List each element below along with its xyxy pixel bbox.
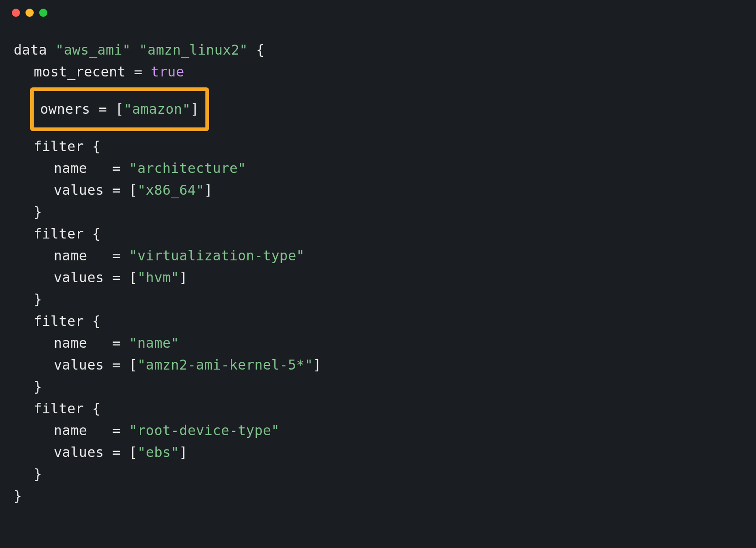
string-literal: "x86_64" (138, 182, 204, 198)
code-line: values = ["hvm"] (14, 267, 742, 289)
string-literal: "root-device-type" (129, 422, 280, 438)
string-literal: "virtualization-type" (129, 248, 305, 264)
minimize-icon[interactable] (26, 9, 34, 17)
brace: } (14, 488, 22, 504)
attr-key: name (54, 422, 87, 438)
code-line: } (14, 485, 742, 507)
code-line: filter { (14, 223, 742, 245)
code-line: values = ["ebs"] (14, 441, 742, 463)
highlight-box: owners = ["amazon"] (30, 87, 209, 131)
attr-key: most_recent (34, 64, 126, 80)
code-window: data "aws_ami" "amzn_linux2" { most_rece… (0, 0, 756, 548)
code-line: most_recent = true (14, 61, 742, 83)
attr-key: name (54, 335, 87, 351)
close-icon[interactable] (12, 9, 20, 17)
code-line: } (14, 289, 742, 310)
bool-literal: true (151, 64, 184, 80)
code-line: data "aws_ami" "amzn_linux2" { (14, 39, 742, 61)
attr-key: name (54, 248, 87, 264)
code-line: filter { (14, 310, 742, 332)
code-line: filter { (14, 136, 742, 157)
code-line: name = "architecture" (14, 157, 742, 179)
code-line: } (14, 463, 742, 485)
code-line: values = ["x86_64"] (14, 179, 742, 201)
code-line: filter { (14, 398, 742, 420)
maximize-icon[interactable] (39, 9, 47, 17)
resource-type: "aws_ami" (56, 42, 131, 58)
code-line: values = ["amzn2-ami-kernel-5*"] (14, 354, 742, 376)
string-literal: "ebs" (138, 444, 179, 460)
titlebar (0, 0, 756, 25)
attr-key: name (54, 160, 87, 176)
attr-key: values (54, 357, 104, 373)
code-line: name = "virtualization-type" (14, 245, 742, 267)
attr-key: owners (40, 101, 90, 117)
block-filter: filter (34, 401, 84, 416)
block-filter: filter (34, 138, 84, 154)
string-literal: "hvm" (138, 269, 179, 285)
string-literal: "amzn2-ami-kernel-5*" (138, 357, 313, 373)
block-filter: filter (34, 313, 84, 329)
string-literal: "amazon" (124, 101, 191, 117)
resource-name: "amzn_linux2" (139, 42, 248, 58)
attr-key: values (54, 444, 104, 460)
string-literal: "name" (129, 335, 179, 351)
attr-key: values (54, 269, 104, 285)
code-line: name = "root-device-type" (14, 420, 742, 441)
code-line: name = "name" (14, 332, 742, 354)
brace: { (256, 42, 265, 58)
code-line: } (14, 376, 742, 398)
code-block: data "aws_ami" "amzn_linux2" { most_rece… (0, 25, 756, 521)
code-line: } (14, 201, 742, 223)
keyword-data: data (14, 42, 47, 58)
attr-key: values (54, 182, 104, 198)
block-filter: filter (34, 226, 84, 242)
highlight-annotation: owners = ["amazon"] (14, 83, 742, 136)
string-literal: "architecture" (129, 160, 246, 176)
